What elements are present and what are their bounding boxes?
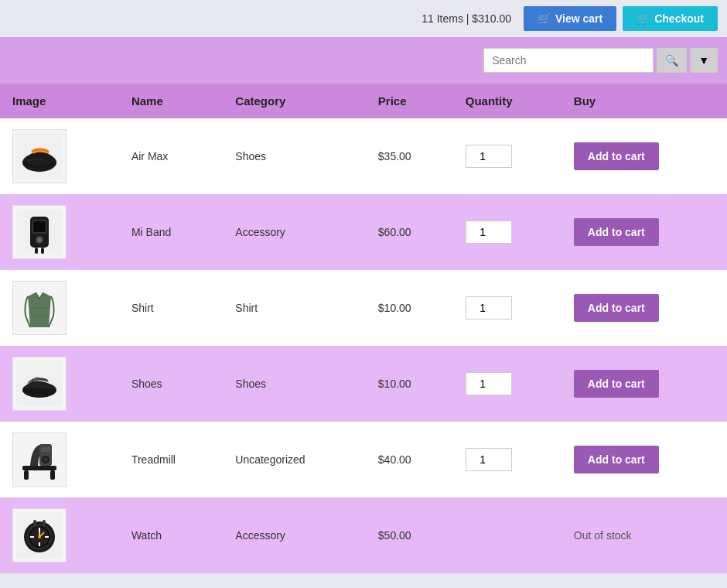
svg-rect-21 — [50, 470, 55, 480]
add-to-cart-button[interactable]: Add to cart — [574, 446, 659, 473]
product-buy-cell: Add to cart — [561, 346, 727, 422]
product-category: Uncategorized — [223, 422, 366, 497]
product-name: Treadmill — [119, 422, 223, 497]
product-category: Shoes — [223, 118, 366, 194]
table-header: Image Name Category Price Quantity Buy — [0, 84, 727, 118]
product-image-cell — [0, 497, 119, 573]
product-price: $50.00 — [366, 497, 453, 573]
add-to-cart-button[interactable]: Add to cart — [574, 370, 659, 398]
svg-rect-11 — [41, 248, 44, 254]
product-name: Mi Band — [119, 194, 223, 270]
product-buy-cell: Out of stock — [561, 497, 727, 573]
search-wrapper: 🔍 ▼ — [483, 48, 718, 73]
product-buy-cell: Add to cart — [561, 270, 727, 346]
product-buy-cell: Add to cart — [561, 194, 727, 270]
product-buy-cell: Add to cart — [561, 422, 727, 497]
product-price: $35.00 — [366, 118, 453, 194]
view-cart-button[interactable]: 🛒 View cart — [524, 6, 616, 31]
product-image-cell — [0, 118, 119, 194]
view-cart-label: View cart — [555, 12, 602, 25]
svg-point-37 — [38, 535, 41, 538]
svg-rect-38 — [33, 520, 36, 526]
col-name: Name — [119, 84, 223, 118]
product-image — [12, 357, 67, 411]
col-price: Price — [366, 84, 453, 118]
product-buy-cell: Add to cart — [561, 118, 727, 194]
svg-rect-10 — [35, 248, 38, 254]
product-quantity-cell[interactable] — [453, 346, 561, 422]
quantity-input[interactable] — [466, 296, 512, 320]
product-quantity-cell[interactable] — [453, 422, 561, 497]
quantity-input[interactable] — [466, 220, 512, 244]
product-image — [12, 281, 67, 335]
product-name: Shoes — [119, 346, 223, 422]
svg-point-17 — [22, 388, 56, 395]
cart-info: 11 Items | $310.00 — [422, 12, 511, 25]
search-icon: 🔍 — [665, 54, 678, 67]
product-name: Watch — [119, 497, 223, 573]
product-category: Shirt — [223, 270, 366, 346]
product-list: Air MaxShoes$35.00Add to cart Mi BandAcc… — [0, 118, 727, 573]
quantity-input[interactable] — [466, 448, 512, 471]
product-category: Accessory — [223, 497, 366, 573]
product-name: Shirt — [119, 270, 223, 346]
checkout-label: Checkout — [654, 12, 704, 25]
svg-point-3 — [22, 160, 56, 168]
svg-rect-20 — [24, 470, 29, 480]
product-image — [12, 129, 67, 183]
product-quantity-cell[interactable] — [453, 270, 561, 346]
col-buy: Buy — [561, 84, 727, 118]
product-image — [12, 205, 67, 259]
filter-dropdown-button[interactable]: ▼ — [690, 48, 718, 73]
table-row: TreadmillUncategorized$40.00Add to cart — [0, 422, 727, 497]
svg-rect-19 — [22, 466, 56, 470]
quantity-input[interactable] — [466, 145, 512, 168]
col-category: Category — [223, 84, 366, 118]
table-row: ShirtShirt$10.00Add to cart — [0, 270, 727, 346]
product-price: $10.00 — [366, 270, 453, 346]
product-price: $60.00 — [366, 194, 453, 270]
search-input[interactable] — [483, 48, 654, 73]
product-table: Image Name Category Price Quantity Buy A… — [0, 84, 727, 573]
svg-rect-23 — [41, 447, 50, 452]
product-category: Shoes — [223, 346, 366, 422]
product-category: Accessory — [223, 194, 366, 270]
table-row: ShoesShoes$10.00Add to cart — [0, 346, 727, 422]
product-quantity-cell[interactable] — [453, 194, 561, 270]
add-to-cart-button[interactable]: Add to cart — [574, 294, 659, 322]
search-area: 🔍 ▼ — [0, 37, 727, 84]
checkout-button[interactable]: 🛒 Checkout — [623, 6, 718, 31]
table-row: WatchAccessory$50.00Out of stock — [0, 497, 727, 573]
svg-point-25 — [43, 457, 48, 462]
top-bar: 11 Items | $310.00 🛒 View cart 🛒 Checkou… — [0, 0, 727, 37]
product-price: $10.00 — [366, 346, 453, 422]
product-image-cell — [0, 194, 119, 270]
table-row: Mi BandAccessory$60.00Add to cart — [0, 194, 727, 270]
table-row: Air MaxShoes$35.00Add to cart — [0, 118, 727, 194]
product-name: Air Max — [119, 118, 223, 194]
add-to-cart-button[interactable]: Add to cart — [574, 142, 659, 170]
product-quantity-cell[interactable] — [453, 118, 561, 194]
product-image-cell — [0, 270, 119, 346]
svg-point-9 — [37, 238, 42, 242]
col-quantity: Quantity — [453, 84, 561, 118]
cart-icon: 🛒 — [538, 12, 551, 25]
product-image — [12, 432, 67, 487]
svg-rect-7 — [33, 221, 46, 232]
svg-rect-39 — [43, 520, 46, 526]
product-image-cell — [0, 346, 119, 422]
product-quantity-cell — [453, 497, 561, 573]
add-to-cart-button[interactable]: Add to cart — [574, 218, 659, 246]
col-image: Image — [0, 84, 119, 118]
shopping-icon: 🛒 — [637, 12, 650, 25]
out-of-stock-label: Out of stock — [574, 529, 632, 542]
product-price: $40.00 — [366, 422, 453, 497]
search-button[interactable]: 🔍 — [657, 48, 687, 73]
product-image — [12, 508, 67, 562]
quantity-input[interactable] — [466, 372, 512, 395]
chevron-down-icon: ▼ — [698, 54, 709, 67]
product-image-cell — [0, 422, 119, 497]
